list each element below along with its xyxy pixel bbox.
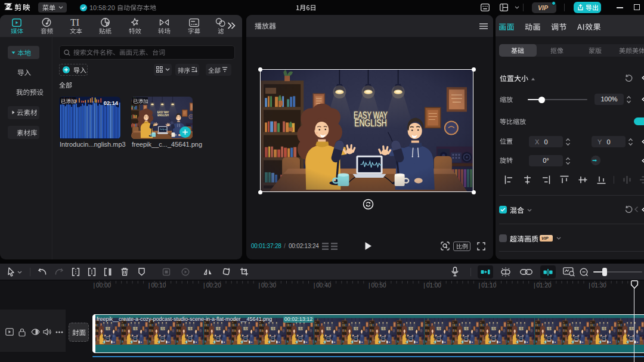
- svg-text:02:14: 02:14: [104, 100, 119, 106]
- svg-text:VIP: VIP: [541, 236, 549, 241]
- svg-text:TI: TI: [70, 17, 79, 27]
- svg-text:VIP: VIP: [538, 4, 549, 11]
